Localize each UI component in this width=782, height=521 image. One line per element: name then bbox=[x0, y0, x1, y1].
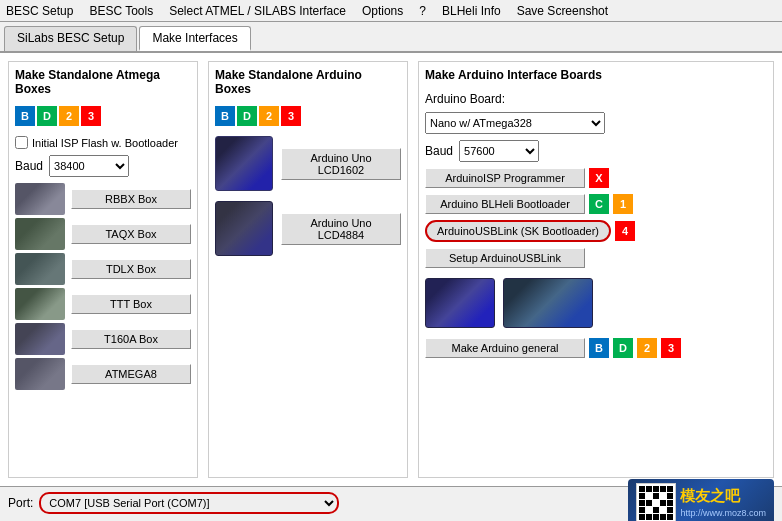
blheli-bootloader-row: Arduino BLHeli Bootloader C 1 bbox=[425, 194, 767, 214]
list-item: RBBX Box bbox=[15, 183, 191, 215]
port-select[interactable]: COM7 [USB Serial Port (COM7)] COM1 COM3 bbox=[39, 492, 339, 514]
taqx-image bbox=[15, 218, 65, 250]
qr-code bbox=[636, 483, 676, 522]
rbbx-image bbox=[15, 183, 65, 215]
status-bar: Port: COM7 [USB Serial Port (COM7)] COM1… bbox=[0, 486, 782, 518]
make-general-btn-3[interactable]: 3 bbox=[661, 338, 681, 358]
arduinoisp-x-button[interactable]: X bbox=[589, 168, 609, 188]
arduino-uno-lcd1602-button[interactable]: Arduino Uno LCD1602 bbox=[281, 148, 401, 180]
taqx-box-button[interactable]: TAQX Box bbox=[71, 224, 191, 244]
menu-besc-setup[interactable]: BESC Setup bbox=[4, 4, 75, 18]
list-item: T160A Box bbox=[15, 323, 191, 355]
atmega-section-title: Make Standalone Atmega Boxes bbox=[15, 68, 191, 96]
atmega8-button[interactable]: ATMEGA8 bbox=[71, 364, 191, 384]
watermark-text: 模友之吧 bbox=[680, 487, 766, 506]
usblink-4-button[interactable]: 4 bbox=[615, 221, 635, 241]
ttt-box-button[interactable]: TTT Box bbox=[71, 294, 191, 314]
arduino-standalone-color-buttons: B D 2 3 bbox=[215, 106, 401, 126]
setup-arduinousblink-button[interactable]: Setup ArduinoUSBLink bbox=[425, 248, 585, 268]
menu-select-interface[interactable]: Select ATMEL / SILABS Interface bbox=[167, 4, 348, 18]
make-arduino-general-button[interactable]: Make Arduino general bbox=[425, 338, 585, 358]
setup-usblink-row: Setup ArduinoUSBLink bbox=[425, 248, 767, 268]
list-item: ATMEGA8 bbox=[15, 358, 191, 390]
tab-make-interfaces[interactable]: Make Interfaces bbox=[139, 26, 250, 51]
menu-blheli-info[interactable]: BLHeli Info bbox=[440, 4, 503, 18]
atmega-btn-3[interactable]: 3 bbox=[81, 106, 101, 126]
list-item: TTT Box bbox=[15, 288, 191, 320]
menu-besc-tools[interactable]: BESC Tools bbox=[87, 4, 155, 18]
atmega-btn-d[interactable]: D bbox=[37, 106, 57, 126]
port-label: Port: bbox=[8, 496, 33, 510]
list-item: TAQX Box bbox=[15, 218, 191, 250]
atmega8-image bbox=[15, 358, 65, 390]
arduino-nano-image-1 bbox=[425, 278, 495, 328]
arduino-standalone-btn-b[interactable]: B bbox=[215, 106, 235, 126]
arduinoisp-row: ArduinoISP Programmer X bbox=[425, 168, 767, 188]
tdlx-image bbox=[15, 253, 65, 285]
list-item: TDLX Box bbox=[15, 253, 191, 285]
t160a-image bbox=[15, 323, 65, 355]
arduino-baud-select[interactable]: 9600 19200 38400 57600 115200 bbox=[459, 140, 539, 162]
arduino-uno-lcd4884-button[interactable]: Arduino Uno LCD4884 bbox=[281, 213, 401, 245]
menu-bar: BESC Setup BESC Tools Select ATMEL / SIL… bbox=[0, 0, 782, 22]
main-content: Make Standalone Atmega Boxes B D 2 3 Ini… bbox=[0, 53, 782, 486]
menu-help[interactable]: ? bbox=[417, 4, 428, 18]
make-general-btn-2[interactable]: 2 bbox=[637, 338, 657, 358]
t160a-box-button[interactable]: T160A Box bbox=[71, 329, 191, 349]
rbbx-box-button[interactable]: RBBX Box bbox=[71, 189, 191, 209]
blheli-c-button[interactable]: C bbox=[589, 194, 609, 214]
arduino-interface-section: Make Arduino Interface Boards Arduino Bo… bbox=[418, 61, 774, 478]
arduinousblink-button[interactable]: ArduinoUSBLink (SK Bootloader) bbox=[425, 220, 611, 242]
make-general-btn-d[interactable]: D bbox=[613, 338, 633, 358]
menu-save-screenshot[interactable]: Save Screenshot bbox=[515, 4, 610, 18]
arduinoisp-programmer-button[interactable]: ArduinoISP Programmer bbox=[425, 168, 585, 188]
lcd4884-image bbox=[215, 201, 273, 256]
board-label: Arduino Board: bbox=[425, 92, 505, 106]
menu-options[interactable]: Options bbox=[360, 4, 405, 18]
atmega-device-list: RBBX Box TAQX Box TDLX Box TTT Box T160A… bbox=[15, 183, 191, 390]
arduino-baud-row: Baud 9600 19200 38400 57600 115200 bbox=[425, 140, 767, 162]
usblink-row: ArduinoUSBLink (SK Bootloader) 4 bbox=[425, 220, 767, 242]
atmega-baud-label: Baud bbox=[15, 159, 43, 173]
watermark-url: http://www.moz8.com bbox=[680, 508, 766, 518]
arduino-baud-label: Baud bbox=[425, 144, 453, 158]
atmega-baud-row: Baud 9600 19200 38400 57600 115200 bbox=[15, 155, 191, 177]
arduino-board-select[interactable]: Nano w/ ATmega328 Uno Mega bbox=[425, 112, 605, 134]
list-item: Arduino Uno LCD1602 bbox=[215, 136, 401, 191]
arduino-images bbox=[425, 278, 767, 328]
isp-flash-checkbox[interactable] bbox=[15, 136, 28, 149]
atmega-section: Make Standalone Atmega Boxes B D 2 3 Ini… bbox=[8, 61, 198, 478]
arduino-standalone-btn-d[interactable]: D bbox=[237, 106, 257, 126]
arduino-blheli-bootloader-button[interactable]: Arduino BLHeli Bootloader bbox=[425, 194, 585, 214]
watermark-content: 模友之吧 http://www.moz8.com bbox=[680, 487, 766, 518]
board-row: Arduino Board: bbox=[425, 92, 767, 106]
arduino-standalone-title: Make Standalone Arduino Boxes bbox=[215, 68, 401, 96]
atmega-btn-2[interactable]: 2 bbox=[59, 106, 79, 126]
atmega-baud-select[interactable]: 9600 19200 38400 57600 115200 bbox=[49, 155, 129, 177]
blheli-1-button[interactable]: 1 bbox=[613, 194, 633, 214]
make-arduino-general-row: Make Arduino general B D 2 3 bbox=[425, 338, 767, 358]
isp-flash-row: Initial ISP Flash w. Bootloader bbox=[15, 136, 191, 149]
tab-silabs[interactable]: SiLabs BESC Setup bbox=[4, 26, 137, 51]
arduino-standalone-section: Make Standalone Arduino Boxes B D 2 3 Ar… bbox=[208, 61, 408, 478]
list-item: Arduino Uno LCD4884 bbox=[215, 201, 401, 256]
arduino-interface-title: Make Arduino Interface Boards bbox=[425, 68, 767, 82]
lcd1602-image bbox=[215, 136, 273, 191]
tab-bar: SiLabs BESC Setup Make Interfaces bbox=[0, 22, 782, 53]
isp-flash-label: Initial ISP Flash w. Bootloader bbox=[32, 137, 178, 149]
arduino-nano-image-2 bbox=[503, 278, 593, 328]
atmega-btn-b[interactable]: B bbox=[15, 106, 35, 126]
arduino-standalone-btn-2[interactable]: 2 bbox=[259, 106, 279, 126]
tdlx-box-button[interactable]: TDLX Box bbox=[71, 259, 191, 279]
ttt-image bbox=[15, 288, 65, 320]
board-select-row: Nano w/ ATmega328 Uno Mega bbox=[425, 112, 767, 134]
arduino-standalone-btn-3[interactable]: 3 bbox=[281, 106, 301, 126]
make-general-btn-b[interactable]: B bbox=[589, 338, 609, 358]
atmega-color-buttons: B D 2 3 bbox=[15, 106, 191, 126]
